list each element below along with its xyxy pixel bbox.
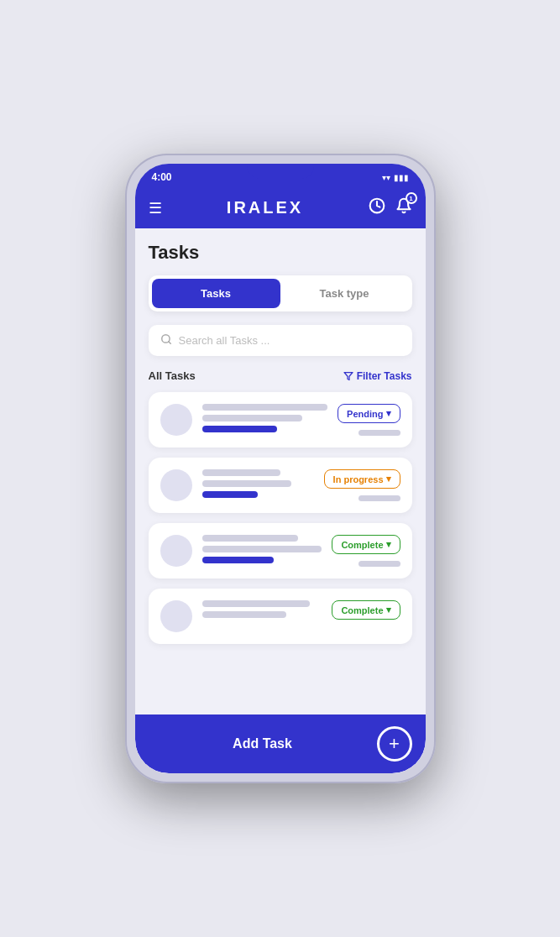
app-logo: IRALEX — [227, 198, 303, 217]
status-label: In progress — [333, 474, 384, 484]
task-lines — [202, 535, 322, 563]
filter-button[interactable]: Filter Tasks — [343, 370, 412, 382]
status-badge[interactable]: Complete ▾ — [332, 535, 400, 554]
task-line — [202, 611, 286, 618]
history-icon[interactable] — [369, 197, 385, 218]
status-icons: ▾▾ ▮▮▮ — [382, 173, 409, 182]
header-icons: 1 — [369, 197, 412, 218]
task-line — [202, 469, 280, 476]
app-header: ☰ IRALEX 1 — [135, 191, 426, 228]
task-line — [202, 557, 275, 563]
task-lines — [202, 404, 328, 432]
menu-icon[interactable]: ☰ — [149, 199, 162, 217]
task-body — [202, 535, 322, 563]
task-status: Pending ▾ — [338, 404, 400, 436]
task-lines — [202, 469, 314, 498]
task-status: Complete ▾ — [332, 535, 400, 567]
task-lines — [202, 600, 322, 618]
tab-tasks[interactable]: Tasks — [152, 279, 280, 308]
status-badge[interactable]: Pending ▾ — [338, 404, 400, 423]
task-status: Complete ▾ — [332, 600, 400, 620]
search-bar[interactable]: Search all Tasks ... — [149, 325, 412, 356]
main-content: Tasks Tasks Task type Search all Tasks .… — [135, 228, 426, 773]
chevron-down-icon: ▾ — [386, 605, 391, 615]
task-line — [202, 600, 311, 607]
all-tasks-label: All Tasks — [149, 369, 196, 382]
avatar — [160, 600, 192, 632]
phone-screen: 4:00 ▾▾ ▮▮▮ ☰ IRALEX — [135, 164, 426, 773]
chevron-down-icon: ▾ — [386, 539, 391, 550]
avatar — [160, 469, 192, 501]
avatar — [160, 535, 192, 567]
svg-marker-3 — [344, 372, 353, 380]
status-label: Pending — [347, 409, 383, 419]
status-sub-line — [359, 561, 400, 567]
task-line — [202, 404, 328, 411]
task-card: Complete ▾ — [149, 589, 412, 644]
status-sub-line — [359, 430, 400, 436]
status-badge[interactable]: Complete ▾ — [332, 600, 400, 620]
search-placeholder: Search all Tasks ... — [179, 334, 270, 347]
status-badge[interactable]: In progress ▾ — [324, 469, 400, 489]
notification-badge: 1 — [406, 192, 417, 204]
status-sub-line — [359, 495, 400, 501]
plus-button[interactable]: + — [377, 726, 412, 762]
task-card: In progress ▾ — [149, 458, 412, 513]
task-line — [202, 491, 259, 498]
task-line — [202, 415, 303, 421]
filter-label: Filter Tasks — [357, 370, 412, 382]
notification-icon[interactable]: 1 — [395, 197, 412, 218]
status-bar: 4:00 ▾▾ ▮▮▮ — [135, 164, 426, 191]
task-body — [202, 469, 314, 498]
search-icon — [160, 333, 172, 348]
task-body — [202, 404, 328, 432]
avatar — [160, 404, 192, 436]
phone-frame: 4:00 ▾▾ ▮▮▮ ☰ IRALEX — [125, 154, 436, 783]
task-line — [202, 426, 278, 432]
wifi-icon: ▾▾ — [382, 173, 390, 182]
add-task-button[interactable]: Add Task — [149, 736, 377, 751]
svg-line-2 — [168, 342, 170, 344]
task-line — [202, 535, 298, 542]
status-label: Complete — [341, 605, 383, 615]
task-line — [202, 546, 322, 552]
status-label: Complete — [341, 540, 383, 550]
page-title: Tasks — [149, 242, 412, 264]
chevron-down-icon: ▾ — [386, 408, 391, 419]
notch — [247, 164, 314, 179]
bottom-bar: Add Task + — [135, 715, 426, 773]
section-header: All Tasks Filter Tasks — [149, 369, 412, 382]
task-card: Complete ▾ — [149, 523, 412, 578]
battery-icon: ▮▮▮ — [394, 173, 409, 182]
tab-bar: Tasks Task type — [149, 275, 412, 311]
task-card: Pending ▾ — [149, 392, 412, 448]
task-status: In progress ▾ — [324, 469, 400, 501]
status-time: 4:00 — [152, 171, 172, 183]
task-body — [202, 600, 322, 618]
task-line — [202, 480, 291, 487]
tab-task-type[interactable]: Task type — [280, 279, 409, 308]
chevron-down-icon: ▾ — [386, 474, 391, 484]
